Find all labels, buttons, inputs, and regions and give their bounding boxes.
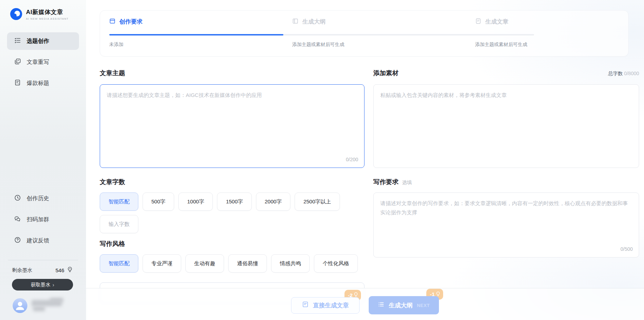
step-status-3: 添加主题或素材后可生成 [475, 41, 527, 48]
word-count-custom-input[interactable]: 输入字数 [100, 215, 138, 233]
step-status-2: 添加主题或素材后可生成 [292, 41, 475, 48]
step-status-1: 未添加 [109, 41, 292, 48]
tab-generate-article[interactable]: 生成文章 [475, 18, 508, 26]
ink-balance-value: 546 [55, 267, 64, 273]
form-window-icon [109, 18, 116, 26]
word-count-option-2500plus[interactable]: 2500字以上 [295, 192, 340, 211]
pages-icon [14, 58, 21, 66]
brand-title: AI新媒体文章 [26, 8, 68, 16]
generate-outline-label: 生成大纲 [389, 301, 413, 309]
word-count-option-1500[interactable]: 1500字 [217, 192, 251, 211]
right-column: 添加素材 总字数 0/8000 写作要求 选填 0/500 [373, 69, 639, 257]
requirements-textarea[interactable] [374, 193, 639, 257]
footer-action-bar: -2 直接生成文章 -1 [86, 288, 644, 320]
get-ink-button[interactable]: 获取墨水 › [12, 279, 73, 290]
word-count-options: 智能匹配 500字 1000字 1500字 2000字 2500字以上 输入字数 [100, 192, 364, 233]
wechat-icon [14, 215, 21, 224]
requirements-input-box: 0/500 [373, 192, 639, 257]
brand: AI新媒体文章 AI NEW MEDIA ASSISTANT [10, 8, 86, 20]
tab-label: 生成大纲 [302, 18, 326, 26]
sidebar-item-hot-titles[interactable]: 爆款标题 [7, 74, 79, 92]
get-ink-label: 获取墨水 [31, 282, 51, 288]
left-column: 文章主题 0/200 文章字数 智能匹配 500字 1000字 1500字 20… [100, 69, 364, 303]
style-option-easy[interactable]: 通俗易懂 [228, 254, 267, 273]
tab-generate-outline[interactable]: 生成大纲 [292, 18, 475, 26]
sidebar-item-topic-creation[interactable]: 选题创作 [7, 32, 79, 50]
topic-heading: 文章主题 [100, 69, 125, 77]
style-heading: 写作风格 [100, 240, 125, 248]
word-count-option-500[interactable]: 500字 [143, 192, 174, 211]
material-total-count: 总字数 0/8000 [608, 71, 639, 77]
topic-input-box: 0/200 [100, 84, 364, 168]
word-count-heading: 文章字数 [100, 178, 125, 186]
sidebar-item-history[interactable]: 创作历史 [7, 190, 79, 207]
avatar [13, 298, 27, 313]
style-option-vivid[interactable]: 生动有趣 [185, 254, 224, 273]
tab-label: 生成文章 [485, 18, 508, 26]
brand-text: AI新媒体文章 AI NEW MEDIA ASSISTANT [26, 8, 68, 20]
generate-article-button[interactable]: 直接生成文章 [291, 297, 360, 314]
tab-label: 创作要求 [119, 18, 143, 26]
sidebar-secondary-nav: 创作历史 扫码加群 建议反馈 [7, 190, 79, 253]
sidebar-item-label: 爆款标题 [27, 80, 49, 87]
article-doc-icon [302, 301, 309, 309]
style-option-emotional[interactable]: 情感共鸣 [271, 254, 310, 273]
word-count-option-1000[interactable]: 1000字 [178, 192, 213, 211]
material-heading: 添加素材 [373, 69, 399, 77]
outline-list-icon [378, 301, 385, 309]
requirements-optional-label: 选填 [402, 179, 412, 186]
outline-panel-icon [292, 18, 298, 26]
material-input-box [373, 84, 639, 168]
brand-subtitle: AI NEW MEDIA ASSISTANT [26, 17, 68, 20]
ink-bulb-icon [67, 266, 73, 274]
sidebar-item-scan-join-group[interactable]: 扫码加群 [7, 211, 79, 228]
list-check-icon [14, 37, 21, 45]
steps-progress-track [109, 34, 534, 35]
topic-textarea[interactable] [100, 85, 364, 168]
generate-outline-button[interactable]: 生成大纲 NEXT [369, 296, 439, 314]
doc-icon [14, 79, 21, 87]
app-root: AI新媒体文章 AI NEW MEDIA ASSISTANT 选题创作 文章重写 [0, 0, 644, 320]
steps-card: 创作要求 生成大纲 生成文章 [100, 10, 629, 57]
sidebar-item-label: 建议反馈 [27, 237, 49, 244]
question-icon [14, 236, 21, 245]
steps-status-row: 未添加 添加主题或素材后可生成 添加主题或素材后可生成 [109, 41, 619, 48]
material-total-label: 总字数 [608, 71, 623, 76]
style-option-smart[interactable]: 智能匹配 [100, 254, 138, 273]
sidebar-item-label: 创作历史 [27, 195, 49, 202]
sidebar-item-feedback[interactable]: 建议反馈 [7, 232, 79, 249]
user-profile[interactable] [13, 298, 86, 313]
sidebar-nav: 选题创作 文章重写 爆款标题 [7, 32, 79, 96]
sidebar-item-label: 文章重写 [27, 59, 49, 66]
tab-creation-requirements[interactable]: 创作要求 [109, 18, 292, 26]
brand-logo-icon [10, 8, 22, 20]
clock-icon [14, 194, 21, 203]
material-textarea[interactable] [374, 85, 639, 168]
next-tag: NEXT [417, 303, 430, 308]
sidebar: AI新媒体文章 AI NEW MEDIA ASSISTANT 选题创作 文章重写 [0, 0, 86, 320]
user-name-blurred [32, 299, 64, 313]
word-count-option-smart[interactable]: 智能匹配 [100, 192, 138, 211]
sidebar-item-label: 扫码加群 [27, 216, 49, 223]
steps-progress-fill [109, 34, 283, 35]
main-content: 创作要求 生成大纲 生成文章 [86, 0, 644, 320]
article-page-icon [475, 18, 481, 26]
generate-article-label: 直接生成文章 [313, 301, 349, 309]
steps-titles: 创作要求 生成大纲 生成文章 [109, 18, 619, 26]
material-total-counter: 0/8000 [624, 71, 639, 76]
style-option-personalized[interactable]: 个性化风格 [314, 254, 358, 273]
style-option-professional[interactable]: 专业严谨 [143, 254, 181, 273]
word-count-option-2000[interactable]: 2000字 [256, 192, 290, 211]
requirements-heading: 写作要求 [373, 178, 399, 186]
ink-balance-row: 剩余墨水 546 [12, 266, 73, 274]
sidebar-item-article-rewrite[interactable]: 文章重写 [7, 53, 79, 71]
style-options: 智能匹配 专业严谨 生动有趣 通俗易懂 情感共鸣 个性化风格 [100, 254, 364, 273]
ink-balance-label: 剩余墨水 [12, 267, 55, 274]
sidebar-divider [8, 260, 78, 260]
sidebar-item-label: 选题创作 [27, 38, 49, 45]
chevron-right-icon: › [53, 282, 54, 288]
